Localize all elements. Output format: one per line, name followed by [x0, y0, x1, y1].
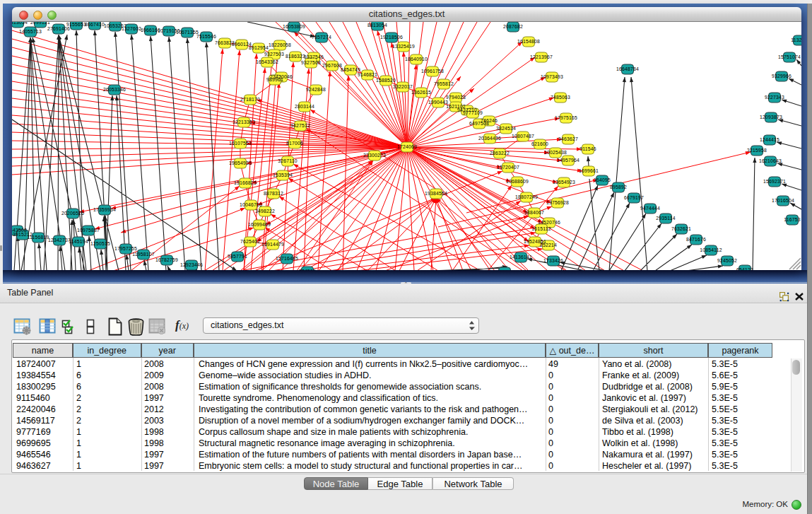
svg-text:8813054: 8813054 — [367, 23, 387, 28]
svg-text:10046766: 10046766 — [240, 202, 262, 207]
svg-text:10975887: 10975887 — [77, 228, 100, 233]
svg-text:9474444: 9474444 — [640, 206, 660, 211]
svg-text:10671355: 10671355 — [176, 30, 199, 35]
svg-text:17016504: 17016504 — [772, 198, 794, 203]
svg-text:924565: 924565 — [299, 269, 316, 270]
svg-text:23300273: 23300273 — [363, 153, 386, 158]
svg-text:8667410: 8667410 — [85, 22, 105, 27]
svg-text:7357274: 7357274 — [312, 35, 331, 40]
svg-text:17957255: 17957255 — [114, 246, 137, 251]
svg-text:8451123: 8451123 — [495, 269, 514, 270]
svg-text:7485063: 7485063 — [551, 95, 570, 100]
svg-text:27691406: 27691406 — [47, 26, 70, 31]
svg-text:1724069: 1724069 — [397, 144, 417, 149]
svg-text:10854112: 10854112 — [700, 247, 722, 252]
svg-text:20364436: 20364436 — [478, 136, 501, 141]
svg-text:9327503: 9327503 — [264, 52, 284, 57]
svg-text:3267110: 3267110 — [278, 158, 297, 163]
svg-text:16210643: 16210643 — [759, 158, 782, 163]
svg-text:10688609: 10688609 — [506, 179, 529, 184]
svg-text:7632621: 7632621 — [671, 226, 691, 231]
svg-text:15751074: 15751074 — [778, 54, 801, 59]
svg-text:16107553: 16107553 — [229, 141, 252, 146]
svg-text:18807249: 18807249 — [515, 194, 538, 199]
svg-text:15692371: 15692371 — [763, 179, 786, 184]
svg-text:12923446: 12923446 — [180, 262, 203, 267]
svg-text:9794028: 9794028 — [446, 95, 466, 100]
svg-text:9337546: 9337546 — [304, 54, 324, 59]
svg-text:20206526: 20206526 — [61, 211, 84, 216]
svg-text:9155653: 9155653 — [66, 22, 86, 27]
svg-text:12093873: 12093873 — [760, 115, 782, 119]
svg-text:9463627: 9463627 — [558, 136, 578, 141]
svg-text:9327508: 9327508 — [301, 60, 321, 65]
svg-text:9245052: 9245052 — [717, 258, 737, 263]
svg-text:1145194: 1145194 — [69, 239, 88, 244]
svg-text:3498222: 3498222 — [255, 209, 275, 214]
svg-text:1244415: 1244415 — [760, 137, 779, 142]
svg-text:621600: 621600 — [531, 141, 548, 146]
svg-text:1733426: 1733426 — [543, 258, 563, 263]
svg-text:18226058: 18226058 — [269, 42, 291, 47]
svg-text:8186323: 8186323 — [286, 54, 305, 59]
svg-text:2967608: 2967608 — [322, 63, 342, 68]
svg-text:7515546: 7515546 — [196, 34, 216, 39]
svg-text:8454749: 8454749 — [341, 67, 360, 72]
svg-text:2863222: 2863222 — [490, 151, 510, 156]
svg-text:1535394: 1535394 — [273, 173, 293, 177]
svg-text:26053346: 26053346 — [103, 87, 126, 92]
svg-text:16154808: 16154808 — [517, 39, 540, 44]
svg-text:1588520: 1588520 — [376, 78, 396, 83]
svg-text:19166825: 19166825 — [234, 180, 257, 185]
svg-text:2803144: 2803144 — [295, 104, 314, 109]
svg-text:15720407: 15720407 — [497, 165, 519, 170]
svg-text:3322037: 3322037 — [393, 84, 413, 89]
svg-text:18640910: 18640910 — [405, 57, 428, 62]
svg-text:9242848: 9242848 — [306, 87, 326, 92]
svg-text:8878312: 8878312 — [264, 191, 283, 196]
svg-text:17975165: 17975165 — [555, 115, 577, 120]
svg-text:895892: 895892 — [610, 185, 627, 189]
svg-text:19384554: 19384554 — [425, 191, 447, 196]
svg-text:12213967: 12213967 — [530, 54, 553, 59]
svg-text:12342737: 12342737 — [48, 238, 71, 243]
svg-text:2935114: 2935114 — [656, 216, 675, 221]
svg-text:654122: 654122 — [736, 267, 753, 270]
svg-text:9457791: 9457791 — [228, 254, 247, 259]
svg-text:19756928: 19756928 — [546, 200, 569, 205]
svg-text:9777109: 9777109 — [463, 110, 483, 115]
svg-text:12213363: 12213363 — [233, 119, 255, 124]
svg-text:1250515: 1250515 — [90, 241, 110, 246]
svg-text:9227343: 9227343 — [765, 95, 784, 100]
svg-text:113212: 113212 — [791, 37, 801, 42]
svg-text:16782759: 16782759 — [155, 257, 178, 262]
svg-text:13325419: 13325419 — [392, 44, 415, 49]
svg-text:989961: 989961 — [266, 77, 283, 82]
svg-text:2087682: 2087682 — [503, 24, 523, 29]
svg-text:6497508: 6497508 — [469, 121, 489, 126]
svg-text:3215958: 3215958 — [747, 148, 767, 153]
svg-text:14136141: 14136141 — [510, 255, 532, 259]
svg-text:19654935: 19654935 — [229, 160, 252, 165]
svg-text:9884067: 9884067 — [524, 210, 544, 215]
svg-text:2718170: 2718170 — [240, 97, 260, 102]
svg-text:1699661: 1699661 — [579, 168, 599, 173]
svg-text:10961758: 10961758 — [421, 69, 444, 74]
svg-text:2099121: 2099121 — [30, 22, 50, 25]
svg-text:14957964: 14957964 — [557, 158, 579, 163]
svg-text:8813054: 8813054 — [12, 22, 28, 25]
svg-text:3824534: 3824534 — [496, 126, 516, 131]
svg-text:10807487: 10807487 — [512, 134, 534, 139]
svg-text:8471676: 8471676 — [686, 237, 706, 242]
svg-text:7625402: 7625402 — [240, 239, 260, 244]
svg-text:10025438: 10025438 — [544, 150, 567, 155]
svg-text:15716485: 15716485 — [276, 256, 298, 261]
svg-text:1615112: 1615112 — [531, 226, 551, 231]
svg-text:817006: 817006 — [286, 141, 303, 146]
svg-text:16543362: 16543362 — [256, 59, 278, 64]
svg-text:1362615: 1362615 — [411, 90, 431, 95]
svg-text:17359934: 17359934 — [93, 207, 116, 212]
svg-text:16099469: 16099469 — [248, 222, 271, 227]
svg-text:1327602: 1327602 — [122, 26, 141, 31]
svg-text:164095: 164095 — [594, 177, 611, 182]
